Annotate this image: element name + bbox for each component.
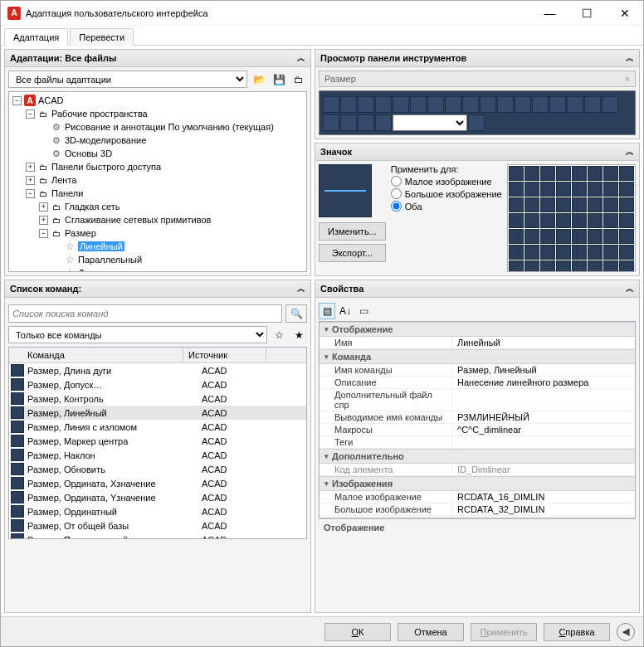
- tree-workspaces[interactable]: Рабочие пространства: [51, 109, 148, 119]
- categorized-icon[interactable]: ▤: [319, 303, 335, 319]
- toolbar-button[interactable]: [567, 96, 583, 113]
- property-grid[interactable]: Отображение ИмяЛинейный Команда Имя кома…: [319, 321, 636, 518]
- star-add-icon[interactable]: ★: [290, 327, 307, 343]
- library-icon[interactable]: [572, 197, 587, 212]
- command-table[interactable]: Команда Источник Размер, Длина дугиACADР…: [8, 347, 307, 539]
- library-icon[interactable]: [603, 229, 618, 244]
- library-icon[interactable]: [572, 213, 587, 228]
- save-icon[interactable]: 💾: [271, 71, 287, 88]
- library-icon[interactable]: [524, 229, 539, 244]
- library-icon[interactable]: [619, 213, 634, 228]
- toolbar-style-dropdown[interactable]: [393, 114, 467, 131]
- toolbar-button[interactable]: [532, 96, 549, 113]
- library-icon[interactable]: [540, 229, 555, 244]
- library-icon[interactable]: [588, 245, 603, 260]
- minimize-button[interactable]: —: [531, 1, 568, 25]
- library-icon[interactable]: [509, 229, 524, 244]
- library-icon[interactable]: [540, 245, 555, 260]
- prop-largeimg[interactable]: RCDATA_32_DIMLIN: [452, 503, 635, 515]
- customization-files-dropdown[interactable]: Все файлы адаптации: [8, 71, 247, 88]
- library-icon[interactable]: [588, 229, 603, 244]
- tree-ws-1[interactable]: 3D-моделирование: [65, 135, 146, 145]
- tree-ws-0[interactable]: Рисование и аннотации По умолчанию (теку…: [65, 122, 274, 132]
- cat-display[interactable]: Отображение: [320, 322, 635, 337]
- command-row[interactable]: Размер, Маркер центраACAD: [9, 434, 306, 448]
- library-icon[interactable]: [540, 213, 555, 228]
- toolbar-button[interactable]: [375, 96, 392, 113]
- toolbar-button[interactable]: [468, 114, 485, 131]
- library-icon[interactable]: [603, 260, 618, 272]
- toolbar-button[interactable]: [393, 96, 409, 113]
- library-icon[interactable]: [524, 260, 539, 272]
- maximize-button[interactable]: ☐: [568, 1, 606, 25]
- cat-advanced[interactable]: Дополнительно: [320, 449, 635, 464]
- radio-large-image[interactable]: Большое изображение: [391, 188, 502, 199]
- command-row[interactable]: Размер, ОрдинатныйACAD: [9, 504, 306, 518]
- prop-macro[interactable]: ^C^C_dimlinear: [452, 424, 635, 435]
- command-row[interactable]: Размер, Линия с изломомACAD: [9, 420, 306, 434]
- tree-ws-2[interactable]: Основы 3D: [65, 148, 112, 158]
- edit-icon-button[interactable]: Изменить...: [319, 222, 386, 241]
- cat-command[interactable]: Команда: [320, 349, 635, 364]
- toolbar-button[interactable]: [323, 114, 339, 131]
- toolbar-button[interactable]: [340, 96, 357, 113]
- library-icon[interactable]: [556, 182, 571, 197]
- library-icon[interactable]: [603, 245, 618, 260]
- library-icon[interactable]: [619, 166, 634, 181]
- ok-button[interactable]: ОК: [324, 623, 391, 641]
- command-row[interactable]: Размер, КонтрольACAD: [9, 392, 306, 406]
- prop-desc[interactable]: Нанесение линейного размера: [452, 377, 635, 388]
- collapse-icon[interactable]: ︽: [297, 283, 305, 294]
- help-button[interactable]: Справка: [544, 623, 610, 641]
- library-icon[interactable]: [603, 197, 618, 212]
- toolbar-button[interactable]: [375, 114, 392, 131]
- col-source[interactable]: Источник: [183, 348, 266, 362]
- library-icon[interactable]: [524, 213, 539, 228]
- library-icon[interactable]: [588, 166, 603, 181]
- library-icon[interactable]: [619, 245, 634, 260]
- library-icon[interactable]: [588, 260, 603, 272]
- library-icon[interactable]: [572, 166, 587, 181]
- toolbar-button[interactable]: [480, 96, 496, 113]
- command-row[interactable]: Размер, От общей базыACAD: [9, 518, 306, 533]
- library-icon[interactable]: [572, 245, 587, 260]
- alphabetical-icon[interactable]: A↓: [337, 303, 354, 319]
- library-icon[interactable]: [509, 166, 524, 181]
- prop-dispname[interactable]: РЗМЛИНЕЙНЫЙ: [452, 411, 635, 423]
- search-icon[interactable]: 🔍: [285, 304, 307, 323]
- customization-tree[interactable]: −AACAD −🗀Рабочие пространства Рисование …: [8, 91, 307, 272]
- tree-dim-arc[interactable]: Длина дуги: [78, 268, 125, 272]
- library-icon[interactable]: [556, 166, 571, 181]
- library-icon[interactable]: [588, 182, 603, 197]
- library-icon[interactable]: [603, 213, 618, 228]
- toolbar-button[interactable]: [602, 96, 618, 113]
- library-icon[interactable]: [619, 182, 634, 197]
- tree-dimension[interactable]: Размер: [65, 228, 96, 238]
- toolbar-button[interactable]: [410, 96, 427, 113]
- close-button[interactable]: ✕: [606, 1, 643, 25]
- library-icon[interactable]: [556, 229, 571, 244]
- library-icon[interactable]: [509, 260, 524, 272]
- command-row[interactable]: Размер, ПараллельныйACAD: [9, 533, 306, 539]
- toolbar-button[interactable]: [584, 96, 601, 113]
- library-icon[interactable]: [524, 245, 539, 260]
- tree-dim-linear[interactable]: Линейный: [78, 241, 124, 251]
- library-icon[interactable]: [572, 229, 587, 244]
- command-row[interactable]: Размер, ЛинейныйACAD: [9, 406, 306, 420]
- library-icon[interactable]: [524, 197, 539, 212]
- library-icon[interactable]: [572, 182, 587, 197]
- toolbar-button[interactable]: [358, 96, 374, 113]
- library-icon[interactable]: [556, 213, 571, 228]
- toolbar-button[interactable]: [549, 96, 566, 113]
- tab-translate[interactable]: Перевести: [70, 28, 134, 46]
- tree-quickaccess[interactable]: Панели быстрого доступа: [51, 162, 161, 172]
- command-row[interactable]: Размер, ОбновитьACAD: [9, 462, 306, 476]
- library-icon[interactable]: [540, 182, 555, 197]
- command-row[interactable]: Размер, Длина дугиACAD: [9, 363, 306, 377]
- prop-tags[interactable]: [452, 436, 635, 448]
- command-search-input[interactable]: [8, 304, 282, 323]
- library-icon[interactable]: [524, 166, 539, 181]
- library-icon[interactable]: [603, 182, 618, 197]
- toolbar-button[interactable]: [340, 114, 357, 131]
- prop-smallimg[interactable]: RCDATA_16_DIMLIN: [452, 491, 635, 503]
